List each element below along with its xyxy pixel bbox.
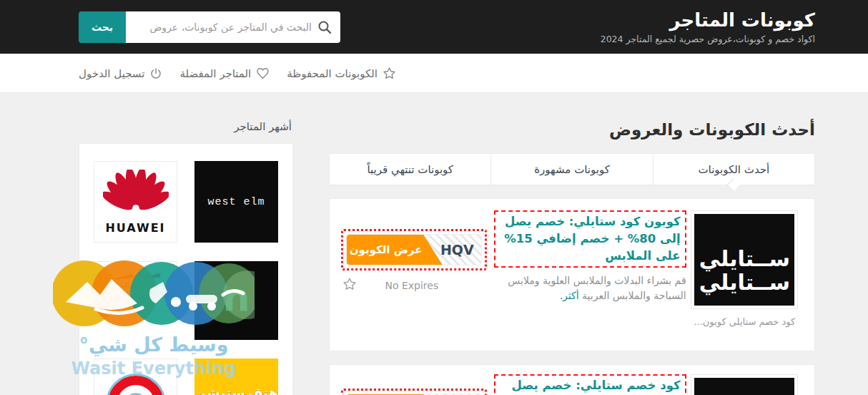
read-more-link[interactable]: أكثر.: [560, 290, 579, 301]
site-brand: كوبونات المتاجر اكواد خصم و كوبونات،عروض…: [601, 9, 815, 44]
coupon-tabs: أحدث الكوبونات كوبونات مشهورة كوبونات تن…: [329, 153, 815, 185]
store-tile-fitness-time[interactable]: وقت اللياقة FITNESSTIME: [94, 261, 177, 311]
red-swirl-logo: [108, 376, 164, 395]
fitness-time-arabic-text: وقت اللياقة: [120, 282, 151, 289]
store-logo-styli[interactable]: ســتايلي ســتايلي: [691, 210, 798, 309]
annotation-box-title: كود خصم ستايلي: خصم يصل إلى 80%: [494, 374, 686, 395]
nav-item-saved-coupons[interactable]: الكوبونات المحفوظة: [287, 67, 396, 80]
site-subtitle: اكواد خصم و كوبونات،عروض حصرية لجميع الم…: [601, 34, 815, 44]
huawei-logo-text: HUAWEI: [105, 221, 165, 235]
styli-logo-text: ســتايلي: [699, 247, 790, 270]
coupon-expiry: No Expires: [385, 280, 438, 291]
tab-label: كوبونات مشهورة: [534, 163, 610, 176]
namshi-logo-text: n: [222, 278, 250, 317]
coupon-title-link[interactable]: كوبون كود ستايلي: خصم يصل إلى 80% + خصم …: [504, 215, 681, 263]
fitness-time-logo-text: FITNESSTIME: [97, 290, 174, 301]
search-input[interactable]: [126, 11, 340, 43]
store-tile-hungerstation[interactable]: هنقرستيشن: [194, 359, 278, 395]
annotation-box-title: كوبون كود ستايلي: خصم يصل إلى 80% + خصم …: [494, 210, 686, 268]
page-title: أحدث الكوبونات والعروض: [329, 120, 815, 139]
tab-label: كوبونات تنتهي قريباً: [367, 163, 453, 176]
nav-item-label: تسجيل الدخول: [79, 67, 144, 80]
annotation-box-coupon-button: [341, 389, 487, 395]
tab-label: أحدث الكوبونات: [698, 163, 769, 176]
coupon-title-link[interactable]: كود خصم ستايلي: خصم يصل إلى 80%: [512, 379, 681, 395]
nav-item-label: الكوبونات المحفوظة: [287, 67, 378, 80]
site-header: كوبونات المتاجر اكواد خصم و كوبونات،عروض…: [0, 0, 868, 54]
coupon-caption: كود خصم ستايلى كوبون...: [694, 316, 795, 327]
star-icon: [383, 67, 396, 80]
fitness-time-swoosh-icon: [111, 273, 161, 281]
coupon-button-label: عرض الكوبون: [347, 235, 425, 265]
coupon-card: ســتايلي كود خصم ستايلي: خصم يصل إلى 80%: [329, 364, 815, 395]
save-coupon-star-icon[interactable]: [342, 277, 357, 294]
annotation-box-coupon-button: HQV عرض الكوبون: [341, 229, 487, 270]
secondary-nav: الكوبونات المحفوظة المتاجر المفضلة تسجيل…: [0, 54, 868, 93]
styli-logo-text-2: ســتايلي: [699, 270, 790, 294]
store-tile-red-swirl[interactable]: [94, 359, 177, 395]
store-tile-namshi[interactable]: n: [194, 261, 278, 340]
search-bar: بحث: [79, 11, 340, 43]
nav-item-login[interactable]: تسجيل الدخول: [79, 67, 162, 80]
coupon-description: قم بشراء البدلات والملابس العلوية وملابس…: [494, 273, 686, 304]
nav-item-label: المتاجر المفضلة: [179, 67, 251, 80]
west-elm-logo-text: west elm: [208, 196, 265, 208]
power-icon: [149, 67, 162, 80]
huawei-flower-icon: [103, 170, 169, 220]
coupon-description-text: قم بشراء البدلات والملابس العلوية وملابس…: [508, 275, 686, 302]
tab-latest-coupons[interactable]: أحدث الكوبونات: [653, 154, 814, 185]
nav-item-favorite-stores[interactable]: المتاجر المفضلة: [179, 67, 270, 80]
store-logo-styli[interactable]: ســتايلي: [691, 374, 798, 395]
hungerstation-logo-text: هنقرستيشن: [194, 385, 278, 395]
tab-popular-coupons[interactable]: كوبونات مشهورة: [490, 154, 652, 185]
coupon-code: HQV: [433, 235, 481, 265]
popular-stores-sidebar: أشهر المتاجر west elm: [79, 93, 293, 395]
tab-expiring-coupons[interactable]: كوبونات تنتهي قريباً: [330, 154, 490, 185]
search-icon: [317, 20, 332, 34]
site-title: كوبونات المتاجر: [601, 9, 815, 31]
search-button[interactable]: بحث: [79, 11, 126, 43]
coupon-card: ســتايلي ســتايلي كود خصم ستايلى كوبون..…: [329, 198, 815, 351]
show-coupon-button[interactable]: HQV عرض الكوبون: [346, 234, 482, 265]
sidebar-title: أشهر المتاجر: [80, 120, 292, 133]
store-tile-west-elm[interactable]: west elm: [194, 161, 278, 243]
heart-icon: [256, 67, 270, 80]
store-tile-huawei[interactable]: HUAWEI: [94, 161, 177, 243]
